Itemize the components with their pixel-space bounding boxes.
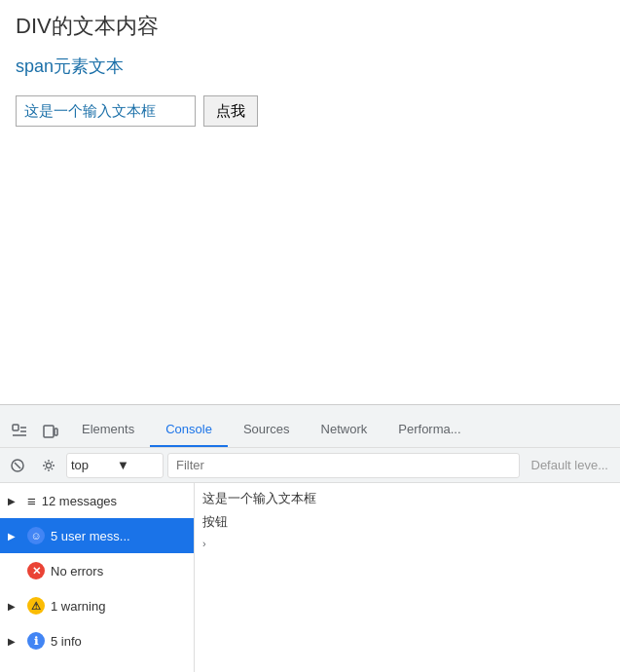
expand-arrow-icon-info: ▶ — [8, 636, 21, 647]
devtools-body: ▶ ≡ 12 messages ▶ ☺ 5 user mess... ▶ ✕ N… — [0, 483, 620, 672]
sidebar-item-all-messages[interactable]: ▶ ≡ 12 messages — [0, 483, 194, 518]
devtools-content: 这是一个输入文本框 按钮 › — [195, 483, 620, 672]
inspect-element-icon[interactable] — [4, 416, 35, 447]
click-button[interactable]: 点我 — [203, 95, 258, 127]
devtools-tabs: Elements Console Sources Network Perform… — [0, 405, 620, 448]
span-text: span元素文本 — [16, 55, 604, 78]
svg-rect-1 — [44, 426, 54, 437]
svg-line-4 — [15, 463, 20, 468]
console-message-2: 按钮 — [202, 510, 612, 534]
sidebar-item-warnings[interactable]: ▶ ⚠ 1 warning — [0, 588, 194, 623]
context-value: top — [71, 458, 113, 472]
sidebar-item-info[interactable]: ▶ ℹ 5 info — [0, 623, 194, 658]
svg-rect-0 — [13, 425, 18, 430]
sidebar-item-user-messages[interactable]: ▶ ☺ 5 user mess... — [0, 518, 194, 553]
sidebar-item-errors[interactable]: ▶ ✕ No errors — [0, 553, 194, 588]
devtools-sidebar: ▶ ≡ 12 messages ▶ ☺ 5 user mess... ▶ ✕ N… — [0, 483, 195, 672]
expand-arrow-icon-warn: ▶ — [8, 601, 21, 612]
tab-console[interactable]: Console — [150, 412, 228, 447]
clear-console-icon[interactable] — [4, 452, 31, 479]
page-content: DIV的文本内容 span元素文本 点我 — [0, 0, 620, 404]
errors-label: No errors — [51, 564, 103, 579]
input-row: 点我 — [16, 95, 604, 127]
list-icon: ≡ — [27, 493, 36, 509]
user-icon: ☺ — [27, 527, 45, 544]
console-arrow-row: › — [202, 534, 612, 552]
text-input[interactable] — [16, 95, 196, 127]
svg-point-5 — [47, 463, 52, 467]
settings-icon[interactable] — [35, 452, 62, 479]
div-heading: DIV的文本内容 — [16, 12, 604, 41]
devtools-bar2: top ▼ Default leve... — [0, 448, 620, 483]
warnings-label: 1 warning — [51, 599, 105, 614]
tab-elements[interactable]: Elements — [66, 412, 150, 447]
tab-sources[interactable]: Sources — [228, 412, 306, 447]
info-icon: ℹ — [27, 632, 45, 650]
all-messages-label: 12 messages — [42, 494, 117, 508]
error-icon: ✕ — [27, 562, 45, 579]
expand-arrow-icon: ▶ — [8, 496, 21, 506]
default-level-label: Default leve... — [524, 458, 617, 472]
console-expand-arrow[interactable]: › — [202, 537, 206, 549]
console-message-1: 这是一个输入文本框 — [202, 487, 612, 510]
tab-network[interactable]: Network — [306, 412, 383, 447]
info-label: 5 info — [51, 634, 82, 649]
device-toolbar-icon[interactable] — [35, 416, 66, 447]
console-message-text-1: 这是一个输入文本框 — [202, 490, 316, 507]
expand-arrow-icon-user: ▶ — [8, 531, 21, 541]
context-dropdown[interactable]: top ▼ — [66, 453, 164, 478]
svg-rect-2 — [55, 429, 57, 435]
dropdown-arrow-icon: ▼ — [117, 458, 159, 472]
tab-performance[interactable]: Performa... — [383, 412, 476, 447]
devtools-panel: Elements Console Sources Network Perform… — [0, 404, 620, 672]
warning-icon: ⚠ — [27, 597, 45, 615]
user-messages-label: 5 user mess... — [51, 529, 130, 543]
filter-input[interactable] — [167, 453, 520, 478]
console-message-text-2: 按钮 — [202, 513, 228, 531]
